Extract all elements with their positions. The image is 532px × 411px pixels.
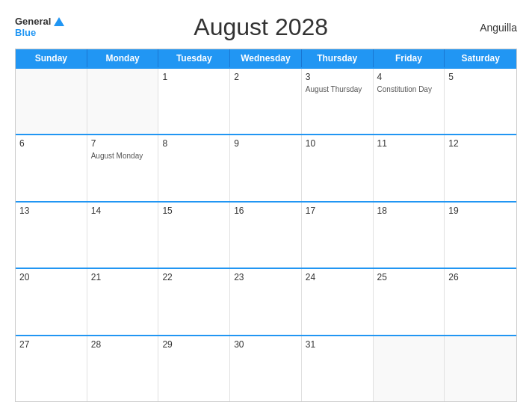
- day-number: 4: [377, 72, 441, 82]
- day-number: 31: [306, 339, 369, 350]
- calendar-cell: 17: [302, 203, 374, 268]
- day-number: 13: [19, 206, 83, 216]
- calendar-cell: [87, 69, 159, 134]
- calendar-cell: 26: [445, 269, 516, 334]
- calendar-cell: 18: [374, 203, 445, 268]
- calendar-cell: 28: [87, 336, 159, 401]
- day-number: 3: [306, 72, 369, 82]
- calendar-cell: [16, 69, 87, 134]
- calendar-cell: 13: [16, 203, 87, 268]
- day-number: 20: [19, 272, 83, 282]
- day-number: 21: [91, 272, 155, 282]
- calendar-cell: [374, 336, 445, 401]
- day-number: 14: [91, 206, 155, 216]
- calendar-cell: 30: [230, 336, 302, 401]
- calendar-cell: 9: [230, 135, 302, 200]
- country-label: Anguilla: [457, 22, 517, 34]
- day-number: 30: [234, 339, 297, 350]
- day-number: 5: [448, 72, 513, 82]
- week-4: 20212223242526: [16, 268, 516, 334]
- week-5: 2728293031: [16, 335, 516, 401]
- calendar-cell: 10: [302, 135, 374, 200]
- calendar: Sunday Monday Tuesday Wednesday Thursday…: [15, 49, 517, 402]
- calendar-cell: 15: [158, 203, 230, 268]
- day-number: 24: [306, 272, 369, 282]
- logo: General Blue: [15, 16, 64, 38]
- calendar-cell: 24: [302, 269, 374, 334]
- day-number: 18: [377, 206, 441, 216]
- header-sunday: Sunday: [16, 49, 87, 67]
- week-1: 123August Thursday4Constitution Day5: [16, 67, 516, 134]
- calendar-cell: 21: [87, 269, 159, 334]
- calendar-title: August 2028: [64, 13, 457, 41]
- page: General Blue August 2028 Anguilla Sunday…: [0, 0, 532, 411]
- calendar-cell: 5: [445, 69, 516, 134]
- day-number: 11: [377, 138, 441, 149]
- calendar-cell: 20: [16, 269, 87, 334]
- day-number: 23: [234, 272, 297, 282]
- day-number: 6: [19, 138, 83, 149]
- day-number: 17: [306, 206, 369, 216]
- calendar-cell: 2: [230, 69, 302, 134]
- day-number: 16: [234, 206, 297, 216]
- calendar-cell: 8: [158, 135, 230, 200]
- calendar-cell: 3August Thursday: [302, 69, 374, 134]
- day-event: August Monday: [91, 151, 155, 161]
- day-number: 7: [91, 138, 155, 149]
- day-number: 25: [377, 272, 441, 282]
- logo-triangle-icon: [54, 17, 64, 26]
- day-number: 9: [234, 138, 297, 149]
- calendar-cell: 16: [230, 203, 302, 268]
- day-event: Constitution Day: [377, 84, 441, 94]
- week-3: 13141516171819: [16, 201, 516, 268]
- day-event: August Thursday: [306, 84, 369, 94]
- header-monday: Monday: [87, 49, 159, 67]
- calendar-cell: [445, 336, 516, 401]
- day-number: 22: [162, 272, 226, 282]
- day-number: 10: [306, 138, 369, 149]
- day-number: 8: [162, 138, 226, 149]
- calendar-cell: 6: [16, 135, 87, 200]
- calendar-cell: 23: [230, 269, 302, 334]
- day-number: 12: [448, 138, 513, 149]
- day-number: 19: [448, 206, 513, 216]
- day-number: 26: [448, 272, 513, 282]
- header-thursday: Thursday: [302, 49, 374, 67]
- day-number: 2: [234, 72, 297, 82]
- header-tuesday: Tuesday: [158, 49, 230, 67]
- calendar-cell: 14: [87, 203, 159, 268]
- calendar-body: 123August Thursday4Constitution Day567Au…: [16, 67, 516, 401]
- header: General Blue August 2028 Anguilla: [15, 13, 517, 41]
- day-number: 27: [19, 339, 83, 350]
- calendar-cell: 22: [158, 269, 230, 334]
- calendar-cell: 1: [158, 69, 230, 134]
- calendar-header: Sunday Monday Tuesday Wednesday Thursday…: [16, 49, 516, 67]
- day-number: 28: [91, 339, 155, 350]
- day-number: 15: [162, 206, 226, 216]
- calendar-cell: 25: [374, 269, 445, 334]
- week-2: 67August Monday89101112: [16, 134, 516, 200]
- logo-blue-text: Blue: [15, 28, 64, 38]
- calendar-cell: 29: [158, 336, 230, 401]
- header-friday: Friday: [374, 49, 445, 67]
- header-wednesday: Wednesday: [230, 49, 302, 67]
- calendar-cell: 7August Monday: [87, 135, 159, 200]
- calendar-cell: 19: [445, 203, 516, 268]
- calendar-cell: 4Constitution Day: [374, 69, 445, 134]
- header-saturday: Saturday: [445, 49, 516, 67]
- logo-general-text: General: [15, 16, 51, 27]
- day-number: 29: [162, 339, 226, 350]
- calendar-cell: 12: [445, 135, 516, 200]
- calendar-cell: 11: [374, 135, 445, 200]
- calendar-cell: 31: [302, 336, 374, 401]
- day-number: 1: [162, 72, 226, 82]
- calendar-cell: 27: [16, 336, 87, 401]
